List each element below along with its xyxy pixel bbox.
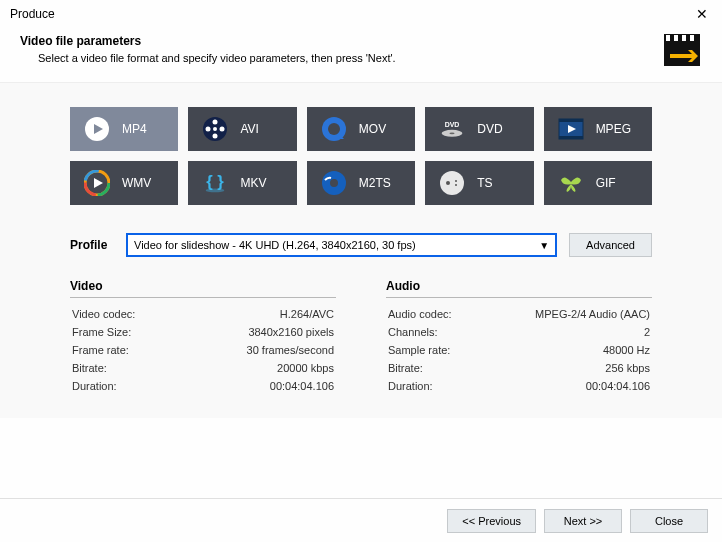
audio-channels-label: Channels: [388,326,438,338]
svg-rect-3 [682,35,686,41]
footer: << Previous Next >> Close [0,498,722,542]
format-gif[interactable]: GIF [544,161,652,205]
play-circle-icon [84,116,110,142]
titlebar: Produce ✕ [0,0,722,28]
profile-value: Video for slideshow - 4K UHD (H.264, 384… [134,239,416,251]
video-framerate-label: Frame rate: [72,344,129,356]
format-label: MKV [240,176,296,190]
chevron-down-icon: ▼ [539,240,549,251]
close-button[interactable]: Close [630,509,708,533]
format-avi[interactable]: AVI [188,107,296,151]
film-reel-icon [202,116,228,142]
format-mov[interactable]: MOV [307,107,415,151]
windows-media-icon [84,170,110,196]
close-icon[interactable]: ✕ [692,6,712,22]
next-button[interactable]: Next >> [544,509,622,533]
svg-point-12 [213,127,217,131]
format-label: AVI [240,122,296,136]
video-framerate-value: 30 frames/second [247,344,334,356]
format-mpeg[interactable]: MPEG [544,107,652,151]
profile-label: Profile [70,238,114,252]
audio-duration-label: Duration: [388,380,433,392]
svg-point-31 [455,180,457,182]
header-subtitle: Select a video file format and specify v… [20,52,396,64]
clapperboard-icon [662,34,702,68]
audio-bitrate-label: Bitrate: [388,362,423,374]
header: Video file parameters Select a video fil… [0,28,722,82]
format-ts[interactable]: TS [425,161,533,205]
svg-rect-2 [674,35,678,41]
video-codec-label: Video codec: [72,308,135,320]
film-strip-icon [558,116,584,142]
format-label: MP4 [122,122,178,136]
svg-rect-19 [559,119,583,122]
svg-point-10 [213,134,218,139]
audio-params: Audio Audio codec:MPEG-2/4 Audio (AAC) C… [386,279,652,398]
header-title: Video file parameters [20,34,396,48]
svg-point-28 [330,179,338,187]
video-duration-value: 00:04:04.106 [270,380,334,392]
svg-text:{ }: { } [207,172,225,191]
video-bitrate-value: 20000 kbps [277,362,334,374]
format-mkv[interactable]: { } MKV [188,161,296,205]
format-mp4[interactable]: MP4 [70,107,178,151]
video-duration-label: Duration: [72,380,117,392]
svg-rect-4 [690,35,694,41]
format-label: WMV [122,176,178,190]
format-label: MOV [359,122,415,136]
svg-point-30 [446,181,450,185]
svg-text:DVD: DVD [445,121,460,128]
format-label: DVD [477,122,533,136]
profile-row: Profile Video for slideshow - 4K UHD (H.… [70,233,652,257]
video-codec-value: H.264/AVC [280,308,334,320]
format-row-2: WMV { } MKV M2TS TS GIF [70,161,652,205]
format-label: TS [477,176,533,190]
window-title: Produce [10,7,55,21]
svg-rect-1 [666,35,670,41]
header-text: Video file parameters Select a video fil… [20,34,396,64]
format-wmv[interactable]: WMV [70,161,178,205]
advanced-button[interactable]: Advanced [569,233,652,257]
audio-codec-value: MPEG-2/4 Audio (AAC) [535,308,650,320]
video-bitrate-label: Bitrate: [72,362,107,374]
svg-point-9 [220,127,225,132]
format-label: MPEG [596,122,652,136]
dvd-icon: DVD [439,116,465,142]
format-row-1: MP4 AVI MOV DVD DVD MPEG [70,107,652,151]
svg-point-8 [213,120,218,125]
params: Video Video codec:H.264/AVC Frame Size:3… [70,279,652,398]
quicktime-icon [321,116,347,142]
svg-point-11 [206,127,211,132]
svg-point-14 [328,123,340,135]
format-dvd[interactable]: DVD DVD [425,107,533,151]
audio-samplerate-value: 48000 Hz [603,344,650,356]
video-heading: Video [70,279,336,298]
svg-point-16 [450,132,455,134]
audio-samplerate-label: Sample rate: [388,344,450,356]
format-m2ts[interactable]: M2TS [307,161,415,205]
format-label: M2TS [359,176,415,190]
butterfly-icon [558,170,584,196]
audio-bitrate-value: 256 kbps [605,362,650,374]
svg-point-32 [455,184,457,186]
braces-icon: { } [202,170,228,196]
svg-point-29 [440,171,464,195]
profile-select[interactable]: Video for slideshow - 4K UHD (H.264, 384… [126,233,557,257]
ts-icon [439,170,465,196]
bluray-icon [321,170,347,196]
audio-channels-value: 2 [644,326,650,338]
content: MP4 AVI MOV DVD DVD MPEG [0,82,722,418]
audio-heading: Audio [386,279,652,298]
video-framesize-label: Frame Size: [72,326,131,338]
format-label: GIF [596,176,652,190]
video-framesize-value: 3840x2160 pixels [248,326,334,338]
previous-button[interactable]: << Previous [447,509,536,533]
svg-rect-20 [559,136,583,139]
svg-point-26 [206,189,225,193]
video-params: Video Video codec:H.264/AVC Frame Size:3… [70,279,336,398]
audio-codec-label: Audio codec: [388,308,452,320]
audio-duration-value: 00:04:04.106 [586,380,650,392]
